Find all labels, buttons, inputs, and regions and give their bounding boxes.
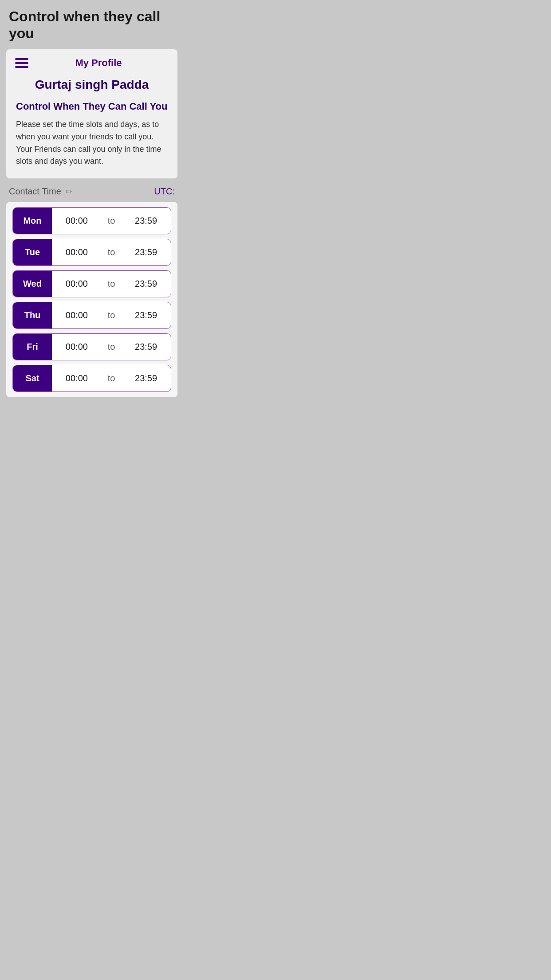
user-name: Gurtaj singh Padda xyxy=(6,73,177,101)
control-section: Control When They Can Call You Please se… xyxy=(6,101,177,168)
nav-bar: My Profile xyxy=(6,49,177,73)
schedule-row[interactable]: Fri 00:00 to 23:59 xyxy=(12,333,171,360)
schedule-row[interactable]: Tue 00:00 to 23:59 xyxy=(12,239,171,266)
time-section: 00:00 to 23:59 xyxy=(52,239,171,265)
time-section: 00:00 to 23:59 xyxy=(52,271,171,297)
time-section: 00:00 to 23:59 xyxy=(52,208,171,234)
day-label: Mon xyxy=(13,208,52,234)
control-description: Please set the time slots and days, as t… xyxy=(16,119,168,168)
time-section: 00:00 to 23:59 xyxy=(52,334,171,360)
time-start: 00:00 xyxy=(63,279,90,289)
time-separator: to xyxy=(104,279,119,289)
schedule-row[interactable]: Thu 00:00 to 23:59 xyxy=(12,302,171,329)
day-label: Fri xyxy=(13,334,52,360)
time-separator: to xyxy=(104,247,119,257)
contact-time-label: Contact Time xyxy=(9,186,61,197)
schedule-container: Mon 00:00 to 23:59 Tue 00:00 to 23:59 We… xyxy=(6,202,177,397)
time-section: 00:00 to 23:59 xyxy=(52,302,171,328)
utc-label: UTC: xyxy=(154,186,175,197)
time-start: 00:00 xyxy=(63,216,90,226)
time-end: 23:59 xyxy=(133,279,159,289)
hamburger-line-1 xyxy=(15,58,28,60)
time-start: 00:00 xyxy=(63,310,90,320)
control-heading: Control When They Can Call You xyxy=(16,101,168,112)
time-start: 00:00 xyxy=(63,373,90,383)
nav-title: My Profile xyxy=(28,57,169,69)
time-separator: to xyxy=(104,310,119,320)
time-separator: to xyxy=(104,373,119,383)
profile-card: My Profile Gurtaj singh Padda Control Wh… xyxy=(6,49,177,179)
schedule-row[interactable]: Wed 00:00 to 23:59 xyxy=(12,270,171,297)
time-end: 23:59 xyxy=(133,342,159,352)
day-label: Thu xyxy=(13,302,52,328)
contact-time-left: Contact Time ✏ xyxy=(9,186,72,197)
time-end: 23:59 xyxy=(133,216,159,226)
hamburger-menu-button[interactable] xyxy=(15,58,28,68)
schedule-row[interactable]: Mon 00:00 to 23:59 xyxy=(12,207,171,234)
time-separator: to xyxy=(104,342,119,352)
time-end: 23:59 xyxy=(133,247,159,257)
time-start: 00:00 xyxy=(63,342,90,352)
contact-time-header: Contact Time ✏ UTC: xyxy=(0,178,184,202)
time-start: 00:00 xyxy=(63,247,90,257)
page-wrapper: Control when they call you My Profile Gu… xyxy=(0,0,184,397)
day-label: Wed xyxy=(13,271,52,297)
time-section: 00:00 to 23:59 xyxy=(52,365,171,391)
edit-icon[interactable]: ✏ xyxy=(66,187,72,197)
page-background-title: Control when they call you xyxy=(0,0,184,49)
time-separator: to xyxy=(104,216,119,226)
hamburger-line-3 xyxy=(15,66,28,68)
day-label: Sat xyxy=(13,365,52,391)
schedule-row[interactable]: Sat 00:00 to 23:59 xyxy=(12,365,171,392)
time-end: 23:59 xyxy=(133,310,159,320)
day-label: Tue xyxy=(13,239,52,265)
hamburger-line-2 xyxy=(15,62,28,64)
time-end: 23:59 xyxy=(133,373,159,383)
